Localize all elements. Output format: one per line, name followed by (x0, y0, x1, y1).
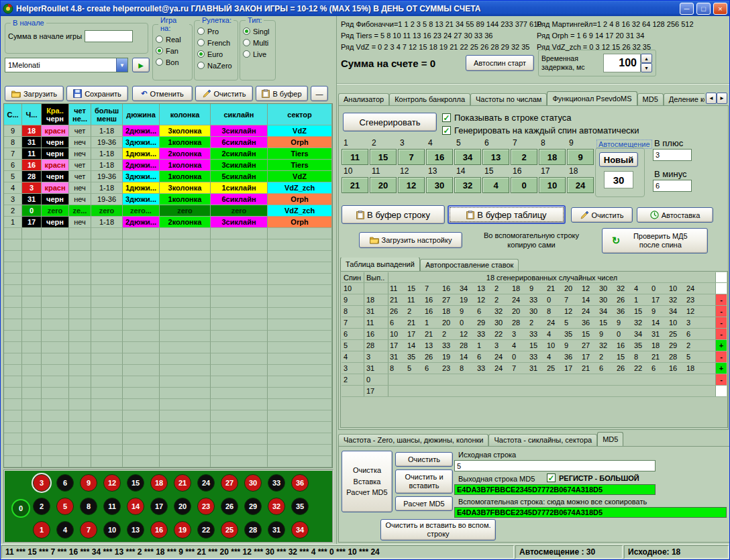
history-row[interactable]: 43красннеч1-181дюжи...3колонка1сиклайнVd… (4, 182, 332, 194)
board-number-9[interactable]: 9 (80, 474, 97, 492)
close-button[interactable]: × (713, 3, 727, 15)
spin-row[interactable]: 91821111627191222433071430261173223- (342, 294, 727, 306)
start-sum-input[interactable] (85, 30, 133, 42)
spin-row[interactable]: 101115716341321892120123032401024 (342, 283, 727, 294)
clear-right-button[interactable]: Очистить (571, 207, 633, 223)
load-button[interactable]: Загрузить (5, 86, 64, 101)
autobet-button[interactable]: Автоставка (637, 207, 713, 223)
history-row[interactable]: 331черннеч19-363дюжи...1колонка6сиклайнO… (4, 194, 332, 205)
board-number-19[interactable]: 19 (174, 521, 191, 539)
history-row[interactable]: 20zeroze...zerozero...zerozeroVdZ_zch (4, 205, 332, 217)
history-row[interactable]: 831черннеч19-363дюжи...1колонка6сиклайнO… (4, 137, 332, 148)
board-number-24[interactable]: 24 (197, 474, 215, 492)
history-row[interactable] (4, 228, 332, 239)
auto-generate-checkbox[interactable]: Генерировать на каждый спин автоматическ… (442, 125, 639, 135)
buffer-row-button[interactable]: В буфер строку (342, 205, 445, 224)
history-row[interactable]: 711черннеч1-181дюжи...2колонка2сиклайнTi… (4, 148, 332, 160)
md5-calc-button[interactable]: Расчет MD5 (395, 496, 453, 511)
grid-value[interactable]: 12 (398, 177, 425, 193)
board-number-2[interactable]: 2 (33, 498, 50, 515)
board-number-14[interactable]: 14 (127, 498, 144, 515)
board-number-12[interactable]: 12 (103, 474, 121, 492)
main-tab-2[interactable]: Контроль банкролла (389, 93, 470, 105)
spin-row[interactable]: 5281714133328134151092732163518292+ (342, 340, 727, 351)
frequency-tab-3[interactable]: MD5 (597, 432, 623, 446)
autoshift-value[interactable]: 30 (604, 171, 633, 188)
md5-clear-paste-button[interactable]: Очистить и вставить (395, 469, 453, 494)
radio-option-real[interactable]: Real (156, 34, 189, 45)
board-number-36[interactable]: 36 (291, 474, 309, 492)
history-row[interactable] (4, 342, 332, 353)
buffer-table-button[interactable]: В буфер таблицу (448, 205, 566, 224)
radio-option-french[interactable]: French (197, 37, 235, 48)
radio-option-bon[interactable]: Bon (156, 56, 189, 68)
board-number-15[interactable]: 15 (127, 474, 144, 492)
board-number-18[interactable]: 18 (150, 474, 168, 492)
grid-value[interactable]: 20 (370, 177, 397, 193)
history-row[interactable] (4, 433, 332, 445)
grid-value[interactable]: 11 (342, 149, 368, 165)
radio-option-multi[interactable]: Multi (243, 37, 272, 48)
history-column-header[interactable]: Кра..черн (42, 104, 69, 125)
history-column-header[interactable]: сектор (268, 104, 332, 125)
history-row[interactable]: 117черннеч1-182дюжи...2колонка3сиклайнOr… (4, 217, 332, 228)
spinner-down-icon[interactable]: ▼ (641, 63, 652, 72)
board-number-23[interactable]: 23 (197, 498, 215, 515)
history-row[interactable] (4, 296, 332, 308)
minimize-button[interactable]: ─ (680, 3, 694, 15)
history-row[interactable]: 918краснчет1-182дюжи...3колонка3сиклайнV… (4, 125, 332, 137)
board-number-11[interactable]: 11 (103, 498, 121, 515)
radio-option-nazero[interactable]: NaZero (197, 60, 235, 71)
main-tab-5[interactable]: MD5 (637, 93, 664, 105)
history-column-header[interactable]: четне... (69, 104, 91, 125)
history-row[interactable] (4, 285, 332, 296)
tab-scroll-right-icon[interactable]: ► (717, 93, 727, 104)
spin-row[interactable]: 17 (342, 386, 727, 397)
history-column-header[interactable]: С... (4, 104, 22, 125)
radio-option-fan[interactable]: Fan (156, 45, 189, 56)
board-number-27[interactable]: 27 (221, 474, 238, 492)
grid-value[interactable]: 9 (567, 149, 594, 165)
board-number-20[interactable]: 20 (174, 498, 191, 515)
md5-clear-aux-button[interactable]: Очистить и вставить во вспом. строку (380, 519, 496, 541)
history-column-header[interactable]: сиклайн (211, 104, 268, 125)
radio-option-singl[interactable]: Singl (243, 25, 272, 37)
undo-button[interactable]: ↶ Отменить (132, 86, 193, 101)
chevron-down-icon[interactable]: ▼ (116, 58, 127, 72)
spins-tab-1[interactable]: Таблица выпадений (340, 258, 420, 271)
history-row[interactable] (4, 399, 332, 410)
radio-option-pro[interactable]: Pro (197, 25, 235, 37)
preset-combobox[interactable]: 1Melonati ▼ (5, 58, 128, 72)
board-number-1[interactable]: 1 (33, 521, 50, 539)
spinner-up-icon[interactable]: ▲ (641, 54, 652, 63)
board-number-29[interactable]: 29 (244, 498, 262, 515)
save-button[interactable]: Сохранить (66, 86, 128, 101)
new-button[interactable]: Новый (599, 152, 638, 167)
grid-value[interactable]: 34 (454, 149, 481, 165)
board-number-32[interactable]: 32 (268, 498, 285, 515)
grid-value[interactable]: 24 (567, 177, 594, 193)
md5-clear-button[interactable]: Очистить (395, 452, 453, 467)
history-row[interactable] (4, 319, 332, 331)
board-number-30[interactable]: 30 (244, 474, 262, 492)
history-row[interactable] (4, 331, 332, 342)
history-row[interactable] (4, 353, 332, 365)
history-row[interactable] (4, 445, 332, 456)
history-column-header[interactable]: Ч... (22, 104, 42, 125)
history-row[interactable] (4, 365, 332, 376)
history-row[interactable] (4, 274, 332, 285)
grid-value[interactable]: 18 (539, 149, 566, 165)
md5-case-checkbox[interactable]: РЕГИСТР - БОЛЬШОЙ (547, 473, 639, 482)
grid-value[interactable]: 10 (539, 177, 566, 193)
board-number-8[interactable]: 8 (80, 498, 97, 515)
collapse-button[interactable]: — (311, 86, 328, 101)
tab-scroll-left-icon[interactable]: ◄ (706, 93, 717, 104)
md5-combo-button[interactable]: Очистка Вставка Расчет MD5 (342, 451, 393, 512)
history-row[interactable] (4, 376, 332, 388)
history-row[interactable] (4, 251, 332, 262)
board-number-7[interactable]: 7 (80, 521, 97, 539)
history-row[interactable] (4, 422, 332, 433)
board-number-31[interactable]: 31 (268, 521, 285, 539)
frequency-tab-1[interactable]: Частота - Zero, шансы, дюжины, колонки (338, 434, 488, 446)
board-number-21[interactable]: 21 (174, 474, 191, 492)
